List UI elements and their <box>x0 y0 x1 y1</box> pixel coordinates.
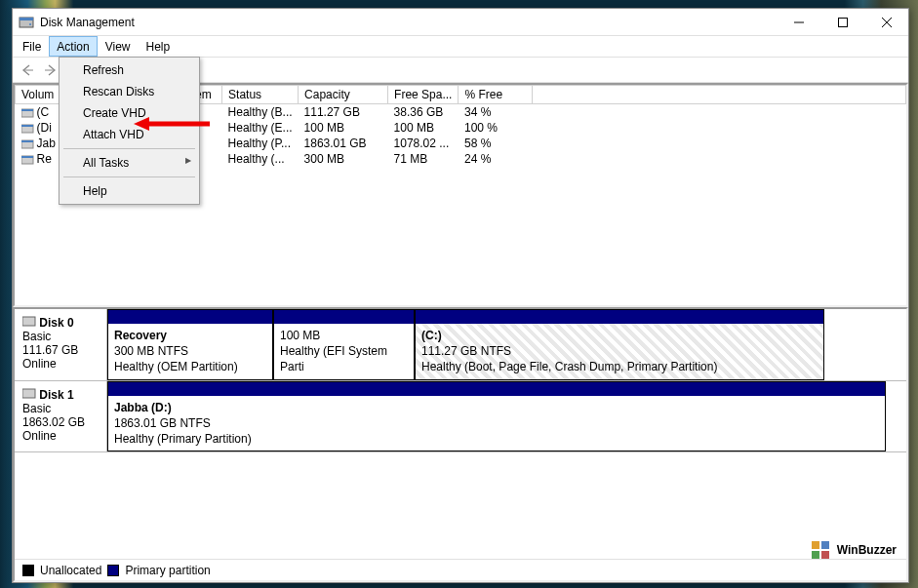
swatch-primary <box>107 565 119 576</box>
partition-title: (C:) <box>421 329 442 342</box>
disk-label[interactable]: Disk 1Basic1863.02 GBOnline <box>15 381 107 452</box>
col-free-label: Free Spa... <box>394 88 452 101</box>
col-blank <box>533 86 906 104</box>
cell-free: 71 MB <box>388 151 459 167</box>
svg-rect-19 <box>21 140 33 142</box>
menu-help-label: Help <box>146 40 171 54</box>
partition-body: Jabba (D:)1863.01 GB NTFSHealthy (Primar… <box>108 396 885 451</box>
volume-icon <box>21 138 34 149</box>
cell-free: 1078.02 ... <box>388 136 459 151</box>
disk-type: Basic <box>22 330 51 343</box>
svg-rect-1 <box>20 18 33 20</box>
disk-state: Online <box>22 429 57 443</box>
nav-back-button[interactable] <box>17 59 38 81</box>
watermark-text: WinBuzzer <box>837 543 897 557</box>
partition-bar <box>416 310 823 324</box>
disk-label[interactable]: Disk 0Basic111.67 GBOnline <box>15 309 107 380</box>
disk-mgmt-icon <box>19 15 34 30</box>
partition[interactable]: Recovery300 MB NTFSHealthy (OEM Partitio… <box>107 309 273 380</box>
disk-row: Disk 0Basic111.67 GBOnlineRecovery300 MB… <box>15 309 906 381</box>
disk-name: Disk 1 <box>39 388 73 402</box>
maximize-button[interactable] <box>820 9 864 36</box>
action-refresh[interactable]: Refresh <box>61 59 197 81</box>
legend-primary-label: Primary partition <box>125 564 210 577</box>
minimize-button[interactable] <box>777 9 820 36</box>
partition-health: Healthy (EFI System Parti <box>280 344 387 373</box>
partition-size: 1863.01 GB NTFS <box>114 416 211 430</box>
window-title: Disk Management <box>40 16 777 29</box>
partition-bar <box>108 310 272 324</box>
col-status-label: Status <box>228 88 261 101</box>
col-capacity-label: Capacity <box>304 88 350 101</box>
legend: Unallocated Primary partition <box>15 559 906 580</box>
menu-view-label: View <box>105 40 131 54</box>
cell-free: 38.36 GB <box>388 104 459 121</box>
action-help[interactable]: Help <box>61 180 197 202</box>
action-all-tasks-label: All Tasks <box>83 156 129 170</box>
menu-view[interactable]: View <box>98 36 139 57</box>
disk-size: 1863.02 GB <box>22 415 85 429</box>
partition-title: Jabba (D:) <box>114 401 172 414</box>
svg-rect-4 <box>838 18 847 26</box>
svg-rect-26 <box>812 541 819 549</box>
menu-file-label: File <box>22 40 41 54</box>
partition-body: (C:)111.27 GB NTFSHealthy (Boot, Page Fi… <box>416 324 823 379</box>
volume-icon <box>21 107 34 118</box>
partition[interactable]: (C:)111.27 GB NTFSHealthy (Boot, Page Fi… <box>415 309 824 380</box>
col-volume[interactable]: Volum <box>16 86 61 104</box>
partition-size: 111.27 GB NTFS <box>421 344 511 358</box>
partition[interactable]: Jabba (D:)1863.01 GB NTFSHealthy (Primar… <box>107 381 886 452</box>
partition-bar <box>108 382 885 396</box>
col-pct-label: % Free <box>464 88 502 101</box>
col-status[interactable]: Status <box>222 86 299 104</box>
disk-type: Basic <box>22 402 51 415</box>
disk-state: Online <box>22 357 57 371</box>
cell-status: Healthy (... <box>222 151 299 167</box>
cell-free: 100 MB <box>388 120 459 136</box>
svg-marker-25 <box>134 117 149 131</box>
disk-container: Disk 0Basic111.67 GBOnlineRecovery300 MB… <box>15 309 906 559</box>
disk-name: Disk 0 <box>39 316 73 330</box>
partition-body: 100 MBHealthy (EFI System Parti <box>274 324 414 379</box>
cell-status: Healthy (P... <box>222 136 299 151</box>
dropdown-separator <box>63 176 195 177</box>
col-free[interactable]: Free Spa... <box>388 86 459 104</box>
menubar: File Action View Help Refresh Rescan Dis… <box>13 36 908 58</box>
partition-health: Healthy (Primary Partition) <box>114 432 252 446</box>
partition-body: Recovery300 MB NTFSHealthy (OEM Partitio… <box>108 324 272 379</box>
disk-icon <box>22 316 36 330</box>
action-rescan[interactable]: Rescan Disks <box>61 81 197 102</box>
svg-rect-29 <box>821 551 829 559</box>
disk-map: Jabba (D:)1863.01 GB NTFSHealthy (Primar… <box>107 381 906 452</box>
cell-volume: (C <box>16 104 61 121</box>
col-volume-label: Volum <box>21 88 54 101</box>
annotation-arrow-icon <box>134 114 212 134</box>
cell-pct: 34 % <box>459 104 533 121</box>
disk-graphic-pane: Disk 0Basic111.67 GBOnlineRecovery300 MB… <box>13 307 908 582</box>
menu-file[interactable]: File <box>15 36 49 57</box>
partition-health: Healthy (OEM Partition) <box>114 360 238 373</box>
volume-icon <box>21 154 34 165</box>
action-rescan-label: Rescan Disks <box>83 85 154 98</box>
svg-point-2 <box>29 23 31 25</box>
svg-rect-28 <box>812 551 819 559</box>
disk-row: Disk 1Basic1863.02 GBOnlineJabba (D:)186… <box>15 381 906 453</box>
svg-rect-27 <box>821 541 829 549</box>
partition-size: 300 MB NTFS <box>114 344 188 358</box>
cell-volume: (Di <box>16 120 61 136</box>
partition-bar <box>274 310 414 324</box>
svg-rect-17 <box>21 125 33 127</box>
cell-capacity: 111.27 GB <box>299 104 388 121</box>
col-capacity[interactable]: Capacity <box>299 86 388 104</box>
menu-help[interactable]: Help <box>139 36 179 57</box>
dropdown-separator <box>63 148 195 149</box>
menu-action[interactable]: Action <box>49 36 97 57</box>
partition[interactable]: 100 MBHealthy (EFI System Parti <box>273 309 415 380</box>
action-help-label: Help <box>83 184 107 198</box>
titlebar: Disk Management <box>13 9 908 36</box>
cell-status: Healthy (E... <box>222 120 299 136</box>
action-all-tasks[interactable]: All Tasks <box>61 152 197 174</box>
col-pct[interactable]: % Free <box>459 86 533 104</box>
disk-icon <box>22 388 36 402</box>
close-button[interactable] <box>864 9 908 36</box>
